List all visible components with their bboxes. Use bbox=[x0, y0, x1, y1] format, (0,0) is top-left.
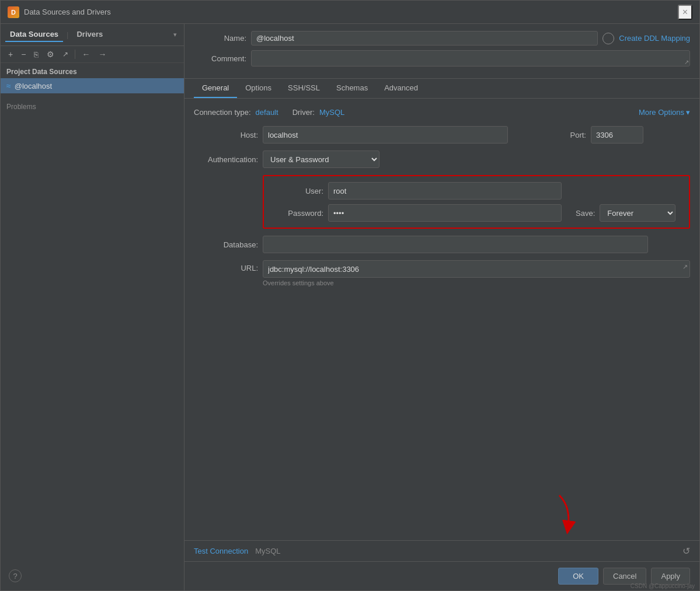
copy-button[interactable]: ⎘ bbox=[31, 49, 41, 60]
database-input[interactable] bbox=[263, 236, 648, 253]
chevron-down-icon: ▾ bbox=[686, 108, 690, 117]
connection-type-row: Connection type: default Driver: MySQL M… bbox=[194, 108, 690, 117]
add-button[interactable]: + bbox=[5, 48, 16, 60]
help-button[interactable]: ? bbox=[9, 569, 22, 582]
password-input[interactable] bbox=[328, 204, 562, 222]
bottom-bar: Test Connection MySQL ↺ bbox=[184, 540, 699, 561]
connection-type-label: Connection type: bbox=[194, 108, 251, 117]
problems-label: Problems bbox=[6, 103, 36, 111]
ok-button[interactable]: OK bbox=[558, 568, 598, 585]
host-row: Host: Port: bbox=[194, 126, 690, 144]
close-button[interactable]: × bbox=[678, 5, 692, 20]
sidebar-tab-datasources[interactable]: Data Sources bbox=[5, 27, 63, 42]
url-input-wrap: ↗ Overrides settings above bbox=[263, 260, 690, 286]
password-label: Password: bbox=[271, 209, 323, 218]
cancel-button[interactable]: Cancel bbox=[603, 568, 646, 585]
comment-expand-icon[interactable]: ↗ bbox=[684, 59, 689, 65]
connection-type-left: Connection type: default Driver: MySQL bbox=[194, 108, 344, 117]
port-input[interactable] bbox=[591, 126, 643, 144]
auth-label: Authentication: bbox=[194, 155, 258, 164]
tab-schemas[interactable]: Schemas bbox=[328, 79, 376, 98]
password-row: Password: Save: Forever Until restart Ne… bbox=[271, 204, 682, 222]
url-expand-icon[interactable]: ↗ bbox=[682, 263, 688, 271]
tab-general[interactable]: General bbox=[194, 79, 237, 98]
dialog-buttons: OK Cancel Apply bbox=[184, 561, 699, 590]
sidebar: Data Sources | Drivers ▾ + − ⎘ ⚙ ↗ ← → P… bbox=[1, 24, 184, 590]
save-select[interactable]: Forever Until restart Never bbox=[600, 204, 675, 222]
port-label: Port: bbox=[522, 131, 586, 139]
connection-type-value[interactable]: default bbox=[256, 108, 278, 117]
right-panel: Name: Create DDL Mapping Comment: ↗ Gene… bbox=[184, 24, 699, 590]
sidebar-dropdown-icon[interactable]: ▾ bbox=[171, 30, 179, 40]
tab-options[interactable]: Options bbox=[237, 79, 280, 98]
toolbar-separator bbox=[75, 50, 75, 59]
title-bar: D Data Sources and Drivers × bbox=[1, 1, 699, 24]
name-row: Name: Create DDL Mapping bbox=[194, 31, 690, 46]
comment-input[interactable] bbox=[251, 50, 690, 67]
user-input[interactable] bbox=[328, 182, 562, 200]
tabs-bar: General Options SSH/SSL Schemas Advanced bbox=[184, 79, 699, 99]
credentials-section: User: Password: Save: Forever Until rest… bbox=[263, 175, 690, 229]
form-header: Name: Create DDL Mapping Comment: ↗ bbox=[184, 24, 699, 79]
content-area: Connection type: default Driver: MySQL M… bbox=[184, 99, 699, 540]
url-label: URL: bbox=[194, 260, 258, 272]
dialog-title: Data Sources and Drivers bbox=[24, 8, 678, 16]
more-options-button[interactable]: More Options ▾ bbox=[639, 108, 690, 117]
url-hint: Overrides settings above bbox=[263, 279, 690, 286]
driver-value[interactable]: MySQL bbox=[319, 108, 344, 117]
save-label: Save: bbox=[576, 209, 595, 218]
database-label: Database: bbox=[194, 240, 258, 249]
sidebar-toolbar: + − ⎘ ⚙ ↗ ← → bbox=[1, 46, 184, 63]
database-row: Database: bbox=[194, 236, 690, 253]
settings-button[interactable]: ⚙ bbox=[44, 48, 57, 60]
test-connection-button[interactable]: Test Connection bbox=[194, 547, 248, 555]
mysql-label: MySQL bbox=[255, 547, 280, 555]
watermark: CSDN @Cappuccino-jay bbox=[631, 583, 695, 589]
driver-label: Driver: bbox=[292, 108, 315, 117]
name-label: Name: bbox=[194, 34, 246, 43]
apply-button[interactable]: Apply bbox=[651, 568, 690, 585]
remove-button[interactable]: − bbox=[18, 48, 29, 60]
comment-row: Comment: ↗ bbox=[194, 50, 690, 67]
sidebar-tab-drivers[interactable]: Drivers bbox=[72, 27, 107, 42]
name-input[interactable] bbox=[251, 31, 598, 46]
forward-button[interactable]: → bbox=[95, 48, 109, 60]
name-circle-button[interactable] bbox=[603, 33, 614, 44]
export-button[interactable]: ↗ bbox=[60, 49, 71, 60]
project-data-sources-title: Project Data Sources bbox=[1, 63, 184, 78]
user-row: User: bbox=[271, 182, 682, 200]
tab-sshssl[interactable]: SSH/SSL bbox=[280, 79, 328, 98]
sidebar-tabs: Data Sources | Drivers ▾ bbox=[1, 24, 184, 46]
datasource-icon: ≈ bbox=[6, 81, 11, 90]
refresh-button[interactable]: ↺ bbox=[682, 545, 690, 557]
tab-divider: | bbox=[67, 30, 68, 39]
problems-section: Problems bbox=[1, 93, 184, 120]
back-button[interactable]: ← bbox=[79, 48, 93, 60]
auth-row: Authentication: User & Password bbox=[194, 151, 690, 168]
url-row: URL: ↗ Overrides settings above bbox=[194, 260, 690, 286]
user-label: User: bbox=[271, 187, 323, 195]
url-input[interactable] bbox=[263, 260, 690, 278]
host-label: Host: bbox=[194, 131, 258, 139]
tab-advanced[interactable]: Advanced bbox=[376, 79, 426, 98]
host-input[interactable] bbox=[263, 126, 508, 144]
sidebar-item-localhost[interactable]: ≈ @localhost bbox=[1, 78, 184, 93]
create-ddl-link[interactable]: Create DDL Mapping bbox=[619, 34, 690, 43]
comment-label: Comment: bbox=[194, 54, 246, 63]
auth-select[interactable]: User & Password bbox=[263, 151, 379, 168]
main-content: Data Sources | Drivers ▾ + − ⎘ ⚙ ↗ ← → P… bbox=[1, 24, 699, 590]
dialog-window: D Data Sources and Drivers × Data Source… bbox=[0, 0, 700, 591]
app-icon: D bbox=[8, 6, 19, 18]
datasource-label: @localhost bbox=[15, 82, 53, 90]
